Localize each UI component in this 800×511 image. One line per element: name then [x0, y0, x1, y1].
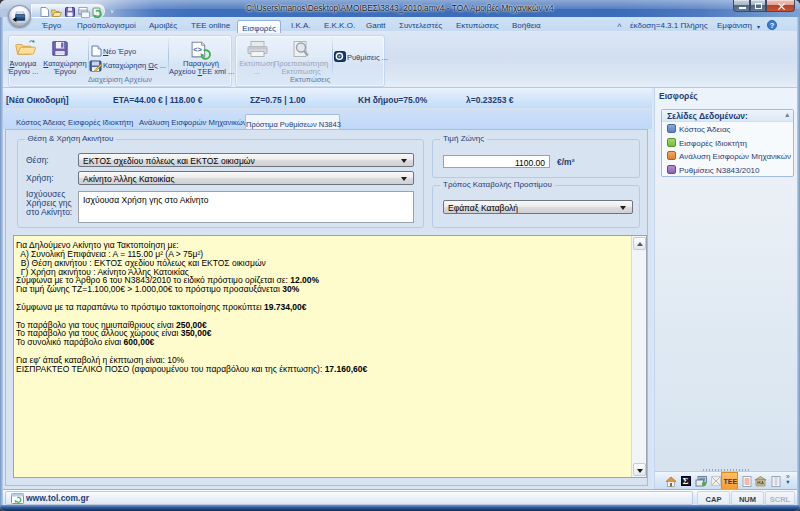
svg-text:Σ: Σ	[683, 476, 689, 486]
svg-text:IKA: IKA	[757, 480, 764, 485]
svg-text:<>: <>	[193, 45, 202, 54]
svg-text:?: ?	[770, 21, 775, 30]
